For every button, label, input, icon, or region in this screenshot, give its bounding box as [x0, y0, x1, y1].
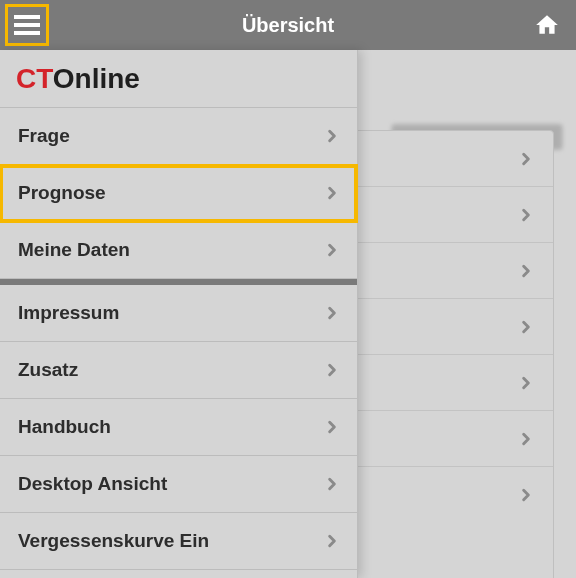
chevron-right-icon	[519, 264, 533, 278]
home-icon	[534, 12, 560, 38]
chevron-right-icon	[325, 243, 339, 257]
topbar: Übersicht	[0, 0, 576, 50]
chevron-right-icon	[325, 363, 339, 377]
chevron-right-icon	[325, 534, 339, 548]
chevron-right-icon	[519, 320, 533, 334]
menu-item-label: Zusatz	[18, 359, 78, 381]
menu-item-label: Meine Daten	[18, 239, 130, 261]
chevron-right-icon	[325, 477, 339, 491]
side-menu: CTOnline FragePrognoseMeine DatenImpress…	[0, 50, 358, 578]
chevron-right-icon	[519, 152, 533, 166]
chevron-right-icon	[519, 432, 533, 446]
logo: CTOnline	[16, 63, 140, 95]
chevron-right-icon	[519, 488, 533, 502]
chevron-right-icon	[519, 376, 533, 390]
hamburger-icon	[14, 15, 40, 35]
chevron-right-icon	[325, 186, 339, 200]
menu-list: FragePrognoseMeine DatenImpressumZusatzH…	[0, 108, 357, 570]
menu-item-impressum[interactable]: Impressum	[0, 285, 357, 342]
menu-item-meine-daten[interactable]: Meine Daten	[0, 222, 357, 279]
logo-part2: Online	[53, 63, 140, 94]
menu-item-label: Prognose	[18, 182, 106, 204]
menu-toggle-button[interactable]	[5, 4, 49, 46]
menu-item-label: Handbuch	[18, 416, 111, 438]
logo-part1: CT	[16, 63, 53, 94]
chevron-right-icon	[325, 306, 339, 320]
home-button[interactable]	[532, 10, 562, 40]
chevron-right-icon	[325, 420, 339, 434]
menu-item-label: Impressum	[18, 302, 119, 324]
chevron-right-icon	[325, 129, 339, 143]
menu-item-label: Frage	[18, 125, 70, 147]
menu-item-desktop-ansicht[interactable]: Desktop Ansicht	[0, 456, 357, 513]
menu-item-label: Vergessenskurve Ein	[18, 530, 209, 552]
menu-header: CTOnline	[0, 50, 357, 108]
menu-item-vergessenskurve-ein[interactable]: Vergessenskurve Ein	[0, 513, 357, 570]
page-title: Übersicht	[242, 14, 334, 37]
menu-item-zusatz[interactable]: Zusatz	[0, 342, 357, 399]
menu-item-frage[interactable]: Frage	[0, 108, 357, 165]
menu-item-label: Desktop Ansicht	[18, 473, 167, 495]
menu-item-prognose[interactable]: Prognose	[0, 165, 357, 222]
chevron-right-icon	[519, 208, 533, 222]
menu-item-handbuch[interactable]: Handbuch	[0, 399, 357, 456]
